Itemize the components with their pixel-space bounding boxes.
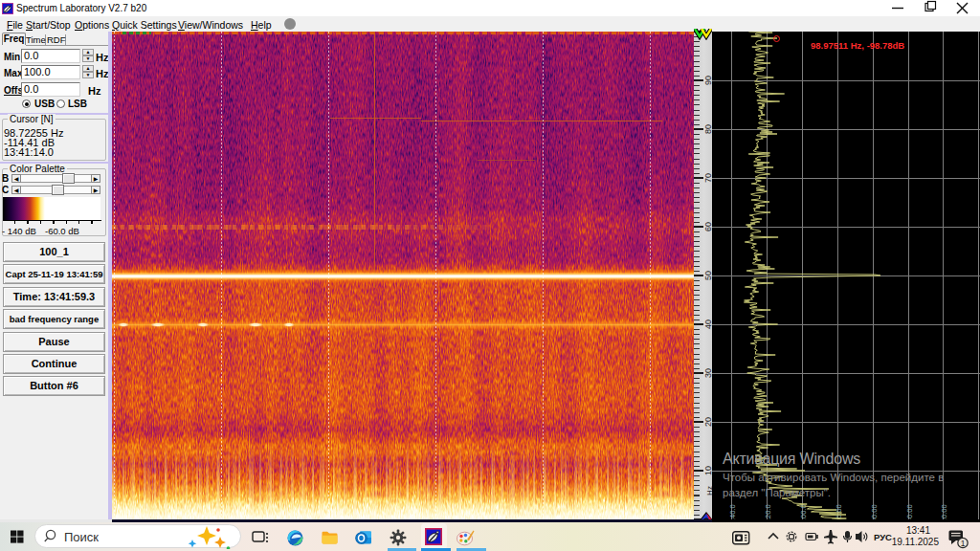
svg-text:1: 1 (961, 539, 966, 548)
